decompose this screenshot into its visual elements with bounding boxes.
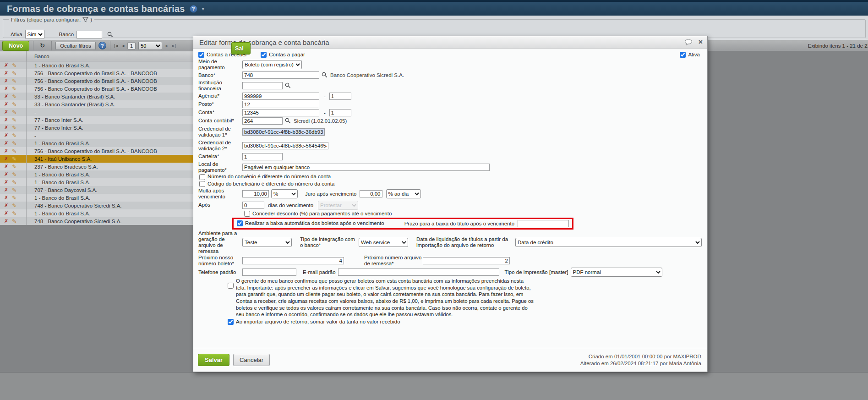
baixa-automatica-checkbox[interactable] (237, 220, 243, 226)
delete-icon[interactable]: ✗ (4, 164, 8, 169)
carteira-input[interactable] (242, 153, 283, 160)
salvar-button[interactable]: Salvar (198, 354, 229, 366)
edit-icon[interactable]: ✎ (12, 156, 16, 162)
edit-icon[interactable]: ✎ (12, 187, 16, 193)
credencial1-input[interactable] (242, 128, 325, 136)
multa-input[interactable] (242, 190, 269, 197)
delete-icon[interactable]: ✗ (4, 71, 8, 76)
desconto-checkbox[interactable] (244, 211, 250, 217)
prev-page-button[interactable]: ◄ (121, 44, 125, 48)
edit-icon[interactable]: ✎ (12, 172, 16, 177)
proximo-remessa-input[interactable] (423, 257, 510, 264)
delete-icon[interactable]: ✗ (4, 125, 8, 130)
help-icon[interactable]: ? (190, 5, 197, 13)
contas-pagar-checkbox[interactable] (261, 52, 267, 58)
delete-icon[interactable]: ✗ (4, 102, 8, 107)
edit-icon[interactable]: ✎ (12, 102, 16, 107)
first-page-button[interactable]: |◄ (114, 44, 118, 48)
posto-input[interactable] (242, 101, 319, 108)
grid-header-banco[interactable]: Banco (27, 51, 49, 61)
email-input[interactable] (338, 268, 499, 276)
integracao-select[interactable]: Web service (359, 238, 408, 247)
conta-contabil-search-icon[interactable] (285, 118, 291, 124)
credencial2-input[interactable] (242, 142, 328, 149)
edit-icon[interactable]: ✎ (12, 141, 16, 146)
conta-digit-input[interactable] (329, 109, 351, 116)
banco-filter-input[interactable] (76, 31, 102, 38)
delete-icon[interactable]: ✗ (4, 78, 8, 83)
next-page-button[interactable]: ► (165, 44, 169, 48)
delete-icon[interactable]: ✗ (4, 117, 8, 122)
delete-icon[interactable]: ✗ (4, 195, 8, 200)
liquidacao-select[interactable]: Data de crédito (515, 238, 702, 247)
edit-icon[interactable]: ✎ (12, 211, 16, 216)
beneficiario-checkbox[interactable] (199, 181, 205, 187)
edit-icon[interactable]: ✎ (12, 86, 16, 92)
close-icon[interactable]: × (699, 38, 703, 46)
edit-icon[interactable]: ✎ (12, 110, 16, 115)
telefone-input[interactable] (242, 268, 296, 276)
delete-icon[interactable]: ✗ (4, 211, 8, 216)
page-size-select[interactable]: 50 (138, 42, 162, 50)
tarifa-checkbox[interactable] (228, 319, 234, 325)
delete-icon[interactable]: ✗ (4, 133, 8, 138)
delete-icon[interactable]: ✗ (4, 148, 8, 153)
cancelar-button[interactable]: Cancelar (233, 354, 270, 366)
edit-icon[interactable]: ✎ (12, 117, 16, 123)
delete-icon[interactable]: ✗ (4, 187, 8, 192)
delete-icon[interactable]: ✗ (4, 94, 8, 99)
delete-icon[interactable]: ✗ (4, 172, 8, 177)
juro-input[interactable] (360, 190, 382, 197)
delete-icon[interactable]: ✗ (4, 156, 8, 161)
search-icon[interactable] (107, 32, 113, 38)
edit-icon[interactable]: ✎ (12, 195, 16, 201)
delete-icon[interactable]: ✗ (4, 180, 8, 185)
ativa-filter-select[interactable]: Sim (25, 30, 44, 39)
edit-icon[interactable]: ✎ (12, 125, 16, 131)
conta-contabil-input[interactable] (242, 117, 283, 125)
delete-icon[interactable]: ✗ (4, 141, 8, 146)
delete-icon[interactable]: ✗ (4, 86, 8, 91)
impressao-select[interactable]: PDF normal (571, 268, 662, 277)
apos-dias-input[interactable] (242, 202, 264, 209)
edit-icon[interactable]: ✎ (12, 71, 16, 76)
edit-icon[interactable]: ✎ (12, 164, 16, 170)
edit-icon[interactable]: ✎ (12, 203, 16, 208)
delete-icon[interactable]: ✗ (4, 219, 8, 224)
banco-input[interactable] (242, 71, 319, 79)
delete-icon[interactable]: ✗ (4, 110, 8, 115)
delete-icon[interactable]: ✗ (4, 203, 8, 208)
juro-unit-select[interactable]: % ao dia (386, 189, 421, 198)
filters-legend[interactable]: Filtros (clique para configurar: ) (9, 17, 94, 22)
delete-icon[interactable]: ✗ (4, 63, 8, 68)
contas-receber-checkbox[interactable] (198, 52, 204, 58)
ambiente-select[interactable]: Teste (242, 238, 292, 247)
chevron-down-icon[interactable]: ▾ (202, 6, 204, 11)
toolbar-help-icon[interactable]: ? (98, 42, 106, 49)
comment-icon[interactable] (684, 39, 693, 45)
prazo-baixa-input[interactable] (518, 220, 569, 227)
last-page-button[interactable]: ►| (171, 44, 175, 48)
edit-icon[interactable]: ✎ (12, 63, 16, 68)
multa-unit-select[interactable]: % (271, 189, 298, 198)
proximo-boleto-input[interactable] (242, 257, 344, 264)
instituicao-search-icon[interactable] (285, 82, 291, 88)
ocultar-filtros-button[interactable]: Ocultar filtros (55, 42, 96, 50)
edit-icon[interactable]: ✎ (12, 133, 16, 138)
edit-icon[interactable]: ✎ (12, 148, 16, 154)
local-pagamento-input[interactable] (242, 164, 490, 171)
salvar-excel-button-clipped[interactable]: Sal (231, 42, 251, 55)
agencia-digit-input[interactable] (329, 93, 351, 100)
gerente-checkbox[interactable] (228, 283, 234, 289)
agencia-input[interactable] (242, 93, 319, 100)
banco-search-icon[interactable] (322, 72, 328, 78)
novo-button[interactable]: Novo (2, 41, 29, 51)
page-number-input[interactable]: 1 (127, 42, 136, 49)
instituicao-input[interactable] (242, 82, 283, 89)
conta-input[interactable] (242, 109, 319, 116)
convenio-checkbox[interactable] (199, 174, 205, 180)
edit-icon[interactable]: ✎ (12, 78, 16, 84)
refresh-icon[interactable]: ↻ (37, 42, 48, 49)
edit-icon[interactable]: ✎ (12, 180, 16, 185)
edit-icon[interactable]: ✎ (12, 94, 16, 99)
